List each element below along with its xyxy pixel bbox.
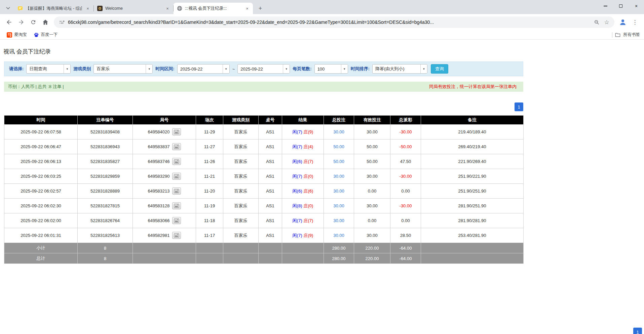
sort-order-select[interactable]: 降幂(由大到小) ▼ [372,64,427,74]
tab-bet-records-active[interactable]: :::视讯 会员下注纪录::: × [174,3,253,14]
page-1-button-bottom[interactable]: 1 [633,328,642,334]
cell-table-no: AS1 [259,213,282,228]
bet-record-row: 2025-09-22 06:06:13 522831835827 6495837… [4,154,524,169]
cell-valid-bet: 0.00 [354,184,390,199]
total-row: 总计 8 280.00 220.00 -64.00 [4,253,524,264]
cell-round-id: 649583290 [133,169,196,184]
column-header: 总派彩 [390,116,421,125]
page-1-button[interactable]: 1 [515,102,523,111]
tab-title: 【新提醒】海燕策略论坛 - 综合 [26,6,82,11]
query-type-select[interactable]: 日期查询 ▼ [26,64,71,74]
page-size-select[interactable]: 100 ▼ [314,64,348,74]
zoom-icon[interactable] [593,18,600,26]
round-video-icon[interactable] [172,217,181,224]
round-video-icon[interactable] [172,158,181,165]
cell-payout: 0.00 [390,213,421,228]
bookmark-taobao[interactable]: 爱淘宝 [4,31,30,39]
column-header: 注单编号 [78,116,133,125]
date-start-select[interactable]: 2025-09-22 ▼ [177,64,230,74]
cell-session: 11-29 [196,125,223,139]
total-count: 8 [78,253,133,264]
maximize-button[interactable] [613,0,629,12]
currency-summary-text: 币别：人民币 | 总共 :8 注单 | [8,84,64,90]
tab-title: Welcome [105,6,162,11]
player-result: 闲(7) [293,233,302,238]
column-header: 时间 [4,116,78,125]
new-tab-button[interactable]: + [256,4,265,13]
forward-icon[interactable] [15,16,27,28]
player-result: 闲(8) [293,203,302,208]
cell-total-bet[interactable]: 30.00 [324,169,354,184]
cell-total-bet[interactable]: 50.00 [324,139,354,154]
round-video-icon[interactable] [172,232,181,239]
tab-welcome[interactable]: Welcome × [94,3,173,14]
search-button[interactable]: 查询 [431,64,448,74]
bet-record-row: 2025-09-22 06:06:47 522831836943 6495838… [4,139,524,154]
bookmark-baidu[interactable]: 百度一下 [31,31,61,39]
banker-result: 庄(6) [304,189,313,194]
cell-valid-bet: 30.00 [354,169,390,184]
player-result: 闲(6) [293,159,302,164]
sort-order-label: 时间排序: [351,66,370,72]
page-title: 视讯 会员下注纪录 [0,40,644,55]
round-video-icon[interactable] [172,128,181,135]
chevron-down-icon[interactable]: ▼ [341,65,348,73]
tab-close-icon[interactable]: × [244,5,250,11]
chevron-down-icon[interactable]: ▼ [223,65,229,73]
cell-total-bet[interactable]: 30.00 [324,184,354,199]
filter-bar: 请选择: 日期查询 ▼ 游戏类别 百家乐 ▼ 时间区间: 2025-09-22 … [4,61,523,76]
bookmark-star-icon[interactable]: ☆ [603,18,610,26]
bet-record-row: 2025-09-22 06:03:25 522831829859 6495832… [4,169,524,184]
url-bar[interactable]: 66cxkj98.com/game/betrecord_search/kind3… [54,16,614,28]
welcome-favicon-icon [97,6,103,11]
game-type-select[interactable]: 百家乐 ▼ [93,64,153,74]
round-video-icon[interactable] [172,143,181,150]
total-total-bet: 280.00 [324,253,354,264]
browser-menu-icon[interactable]: ⋮ [629,16,641,28]
cell-game-type: 百家乐 [223,139,259,154]
cell-valid-bet: 50.00 [354,139,390,154]
cell-game-type: 百家乐 [223,169,259,184]
cell-total-bet[interactable]: 30.00 [324,228,354,243]
profile-avatar-icon[interactable] [617,16,629,28]
cell-payout: -50.00 [390,139,421,154]
globe-icon [177,6,182,11]
tab-forum[interactable]: 【新提醒】海燕策略论坛 - 综合 × [14,3,93,14]
all-bookmarks-label[interactable]: 所有书签 [623,32,640,38]
round-video-icon[interactable] [172,202,181,209]
cell-total-bet[interactable]: 30.00 [324,125,354,139]
back-icon[interactable] [3,16,15,28]
cell-note: 281.90/281.90 [421,213,524,228]
home-icon[interactable] [40,16,51,28]
date-end-select[interactable]: 2025-09-22 ▼ [237,64,290,74]
close-button[interactable]: × [629,0,644,12]
cell-total-bet[interactable]: 30.00 [324,199,354,213]
url-text[interactable]: 66cxkj98.com/game/betrecord_search/kind3… [68,19,590,25]
total-payout: -64.00 [390,253,421,264]
cell-empty [421,253,524,264]
minimize-button[interactable] [598,0,613,12]
chevron-down-icon[interactable]: ▼ [146,65,152,73]
cell-round-id: 649583746 [133,154,196,169]
cell-empty [421,243,524,253]
tab-search-icon[interactable] [3,3,13,13]
banker-result: 庄(7) [304,159,313,164]
round-video-icon[interactable] [172,187,181,195]
site-settings-icon[interactable] [58,18,65,26]
tab-close-icon[interactable]: × [85,5,91,11]
refresh-icon[interactable] [28,16,39,28]
chevron-down-icon[interactable]: ▼ [64,65,70,73]
chevron-down-icon[interactable]: ▼ [283,65,290,73]
cell-total-bet[interactable]: 30.00 [324,213,354,228]
round-video-icon[interactable] [172,173,181,180]
tab-close-icon[interactable]: × [164,5,171,11]
chevron-down-icon[interactable]: ▼ [420,65,427,73]
cell-total-bet[interactable]: 50.00 [324,154,354,169]
cell-bet-id: 522831826764 [78,213,133,228]
cell-note: 253.40/281.90 [421,228,524,243]
cell-result: 闲(7)庄(9) [282,125,324,139]
cell-note: 251.90/221.90 [421,169,524,184]
cell-round-id: 649584020 [133,125,196,139]
cell-valid-bet: 0.00 [354,213,390,228]
round-id-text: 649583066 [148,218,169,223]
